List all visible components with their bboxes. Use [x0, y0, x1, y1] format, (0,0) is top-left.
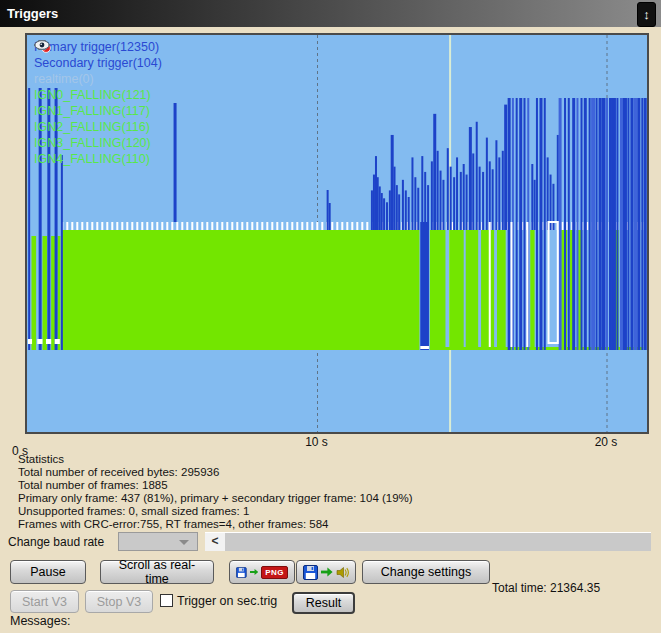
save-png-button[interactable]: PNG	[229, 560, 295, 584]
statistics-line: Unsupported frames: 0, small sized frame…	[18, 505, 413, 518]
pause-button[interactable]: Pause	[10, 560, 86, 584]
scroll-as-realtime-button[interactable]: Scroll as real-time	[100, 560, 214, 584]
result-button[interactable]: Result	[292, 592, 355, 614]
x-axis-tick-label: 10 s	[305, 435, 328, 449]
statistics-block: StatisticsTotal number of received bytes…	[18, 453, 413, 531]
statistics-line: Frames with CRC-error:755, RT frames=4, …	[18, 518, 413, 531]
statistics-line: Total number of received bytes: 295936	[18, 466, 413, 479]
legend-item: Primary trigger(12350)	[34, 39, 167, 55]
stop-v3-button[interactable]: Stop V3	[85, 590, 153, 613]
legend-label: IGN4_FALLING(110)	[34, 152, 150, 166]
chart-legend: Primary trigger(12350)Secondary trigger(…	[34, 39, 167, 167]
trigger-on-sectrig-checkbox[interactable]	[160, 594, 173, 607]
legend-label: realtime(0)	[34, 72, 94, 86]
png-badge: PNG	[261, 566, 288, 579]
save-audio-button[interactable]	[296, 560, 356, 584]
resize-vertical-icon[interactable]: ↕	[637, 2, 656, 27]
green-arrow-icon	[250, 567, 259, 577]
trigger-on-sectrig-label: Trigger on sec.trig	[177, 594, 277, 608]
messages-label: Messages:	[10, 614, 70, 628]
title-bar: Triggers ↕	[0, 0, 661, 27]
speaker-icon	[336, 566, 349, 579]
baud-rate-dropdown[interactable]	[118, 532, 198, 551]
legend-label: Primary trigger(12350)	[34, 40, 159, 54]
floppy-disk-icon	[236, 565, 247, 580]
legend-item: IGN2_FALLING(116)	[34, 119, 167, 135]
green-arrow-icon	[321, 567, 333, 577]
x-axis-tick-label: 20 s	[595, 435, 618, 449]
legend-item: IGN4_FALLING(110)	[34, 151, 167, 167]
horizontal-scrollbar[interactable]: <	[205, 532, 651, 551]
change-settings-button[interactable]: Change settings	[362, 560, 490, 584]
legend-item: IGN3_FALLING(120)	[34, 135, 167, 151]
baud-rate-label: Change baud rate	[8, 535, 104, 549]
legend-item: Secondary trigger(104)	[34, 55, 167, 71]
scrollbar-left-arrow-icon[interactable]: <	[205, 533, 225, 551]
trigger-chart[interactable]: Primary trigger(12350)Secondary trigger(…	[25, 33, 649, 434]
legend-item: IGN1_FALLING(117)	[34, 103, 167, 119]
chevron-down-icon	[179, 540, 189, 545]
legend-label: Secondary trigger(104)	[34, 56, 162, 70]
legend-label: IGN1_FALLING(117)	[34, 104, 150, 118]
legend-label: IGN0_FALLING(121)	[34, 88, 151, 102]
legend-item: realtime(0)	[34, 71, 167, 87]
start-v3-button[interactable]: Start V3	[10, 590, 79, 613]
window-title: Triggers	[7, 6, 58, 21]
statistics-line: Primary only frame: 437 (81%), primary +…	[18, 492, 413, 505]
legend-label: IGN3_FALLING(120)	[34, 136, 151, 150]
total-time-label: Total time: 21364.35	[492, 581, 600, 595]
statistics-line: Statistics	[18, 453, 413, 466]
eye-icon[interactable]	[34, 39, 52, 53]
floppy-disk-icon	[303, 565, 318, 580]
statistics-line: Total number of frames: 1885	[18, 479, 413, 492]
legend-label: IGN2_FALLING(116)	[34, 120, 150, 134]
legend-item: IGN0_FALLING(121)	[34, 87, 167, 103]
